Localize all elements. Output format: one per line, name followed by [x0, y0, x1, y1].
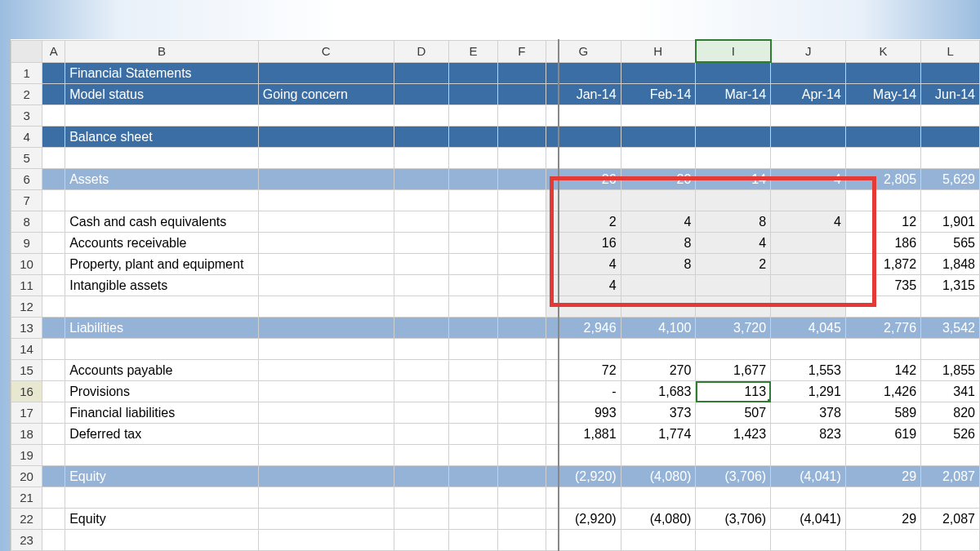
- cell-C19[interactable]: [258, 445, 394, 466]
- cell-A16[interactable]: [42, 381, 65, 402]
- cell-H23[interactable]: [621, 530, 696, 551]
- col-header-D[interactable]: D: [394, 40, 448, 62]
- cell-B9[interactable]: Accounts receivable: [65, 233, 259, 254]
- cell-F20[interactable]: [497, 466, 546, 487]
- cell-G7[interactable]: [546, 190, 621, 211]
- cell-A21[interactable]: [42, 487, 65, 509]
- cell-L20[interactable]: 2,087: [921, 466, 980, 487]
- cell-J11[interactable]: [771, 275, 846, 296]
- cell-K16[interactable]: 1,426: [845, 381, 920, 402]
- cell-I6[interactable]: 14: [696, 169, 771, 190]
- cell-F6[interactable]: [497, 169, 546, 190]
- cell-L2[interactable]: Jun-14: [921, 84, 980, 105]
- cell-L15[interactable]: 1,855: [921, 360, 980, 381]
- cell-H5[interactable]: [621, 148, 696, 169]
- cell-A11[interactable]: [42, 275, 65, 296]
- cell-B10[interactable]: Property, plant and equipment: [65, 254, 259, 275]
- cell-A10[interactable]: [42, 254, 65, 275]
- cell-B22[interactable]: Equity: [65, 509, 259, 530]
- cell-D23[interactable]: [394, 530, 448, 551]
- cell-D7[interactable]: [394, 190, 448, 211]
- cell-K18[interactable]: 619: [845, 424, 920, 445]
- cell-A9[interactable]: [42, 233, 65, 254]
- cell-H21[interactable]: [621, 487, 696, 509]
- cell-E8[interactable]: [449, 211, 497, 233]
- col-header-E[interactable]: E: [449, 40, 497, 62]
- cell-A17[interactable]: [42, 402, 65, 424]
- row-header-10[interactable]: 10: [11, 254, 42, 275]
- cell-E16[interactable]: [449, 381, 497, 402]
- row-header-20[interactable]: 20: [11, 466, 42, 487]
- cell-K17[interactable]: 589: [845, 402, 920, 424]
- cell-H15[interactable]: 270: [621, 360, 696, 381]
- cell-K20[interactable]: 29: [845, 466, 920, 487]
- cell-A18[interactable]: [42, 424, 65, 445]
- cell-K22[interactable]: 29: [845, 509, 920, 530]
- cell-E21[interactable]: [449, 487, 497, 509]
- cell-J22[interactable]: (4,041): [771, 509, 846, 530]
- col-header-K[interactable]: K: [845, 40, 920, 62]
- spreadsheet[interactable]: ABCDEFGHIJKL 1Financial Statements2Model…: [10, 39, 980, 551]
- cell-A22[interactable]: [42, 509, 65, 530]
- cell-F23[interactable]: [497, 530, 546, 551]
- cell-C11[interactable]: [258, 275, 394, 296]
- cell-I20[interactable]: (3,706): [696, 466, 771, 487]
- cell-C1[interactable]: [258, 62, 394, 84]
- cell-C5[interactable]: [258, 148, 394, 169]
- cell-I1[interactable]: [696, 62, 771, 84]
- cell-B16[interactable]: Provisions: [65, 381, 259, 402]
- cell-D14[interactable]: [394, 339, 448, 360]
- cell-G14[interactable]: [546, 339, 621, 360]
- cell-E13[interactable]: [449, 318, 497, 339]
- cell-L23[interactable]: [921, 530, 980, 551]
- cell-E14[interactable]: [449, 339, 497, 360]
- cell-I11[interactable]: [696, 275, 771, 296]
- cell-D10[interactable]: [394, 254, 448, 275]
- cell-D6[interactable]: [394, 169, 448, 190]
- row-header-5[interactable]: 5: [11, 148, 42, 169]
- cell-K15[interactable]: 142: [845, 360, 920, 381]
- col-header-F[interactable]: F: [497, 40, 546, 62]
- row-header-2[interactable]: 2: [11, 84, 42, 105]
- cell-C4[interactable]: [258, 127, 394, 148]
- cell-G6[interactable]: 26: [546, 169, 621, 190]
- cell-G17[interactable]: 993: [546, 402, 621, 424]
- cell-L6[interactable]: 5,629: [921, 169, 980, 190]
- cell-L12[interactable]: [921, 296, 980, 318]
- cell-C18[interactable]: [258, 424, 394, 445]
- cell-L19[interactable]: [921, 445, 980, 466]
- cell-J12[interactable]: [771, 296, 846, 318]
- cell-D16[interactable]: [394, 381, 448, 402]
- cell-K2[interactable]: May-14: [845, 84, 920, 105]
- cell-I21[interactable]: [696, 487, 771, 509]
- cell-C3[interactable]: [258, 105, 394, 127]
- cell-H1[interactable]: [621, 62, 696, 84]
- row-header-17[interactable]: 17: [11, 402, 42, 424]
- cell-D8[interactable]: [394, 211, 448, 233]
- cell-L18[interactable]: 526: [921, 424, 980, 445]
- cell-H19[interactable]: [621, 445, 696, 466]
- cell-K14[interactable]: [845, 339, 920, 360]
- cell-B23[interactable]: [65, 530, 259, 551]
- cell-F14[interactable]: [497, 339, 546, 360]
- cell-J15[interactable]: 1,553: [771, 360, 846, 381]
- cell-A23[interactable]: [42, 530, 65, 551]
- cell-G22[interactable]: (2,920): [546, 509, 621, 530]
- cell-E11[interactable]: [449, 275, 497, 296]
- cell-L17[interactable]: 820: [921, 402, 980, 424]
- cell-B21[interactable]: [65, 487, 259, 509]
- cell-C17[interactable]: [258, 402, 394, 424]
- cell-K9[interactable]: 186: [845, 233, 920, 254]
- row-header-7[interactable]: 7: [11, 190, 42, 211]
- select-all-corner[interactable]: [11, 40, 42, 62]
- cell-A20[interactable]: [42, 466, 65, 487]
- cell-A6[interactable]: [42, 169, 65, 190]
- cell-J6[interactable]: 4: [771, 169, 846, 190]
- cell-B11[interactable]: Intangible assets: [65, 275, 259, 296]
- cell-A5[interactable]: [42, 148, 65, 169]
- cell-H11[interactable]: [621, 275, 696, 296]
- cell-E18[interactable]: [449, 424, 497, 445]
- cell-F18[interactable]: [497, 424, 546, 445]
- cell-C12[interactable]: [258, 296, 394, 318]
- cell-J3[interactable]: [771, 105, 846, 127]
